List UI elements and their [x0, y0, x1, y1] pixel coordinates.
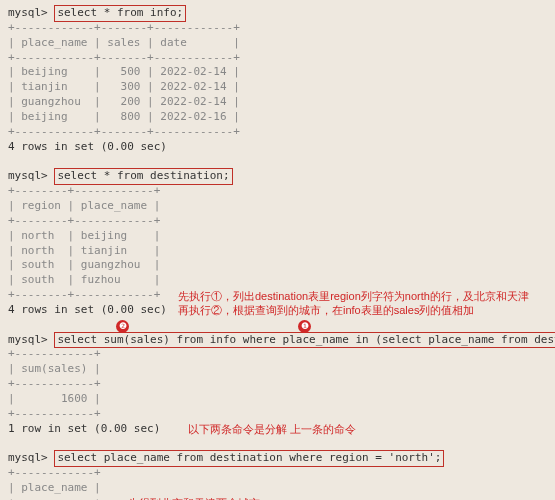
cmd-line: mysql> select sum(sales) from info where… [8, 333, 547, 348]
sep: +--------+------------+ [8, 184, 547, 199]
hdr: | place_name | [8, 481, 547, 496]
sep: +--------+------------+ [8, 214, 547, 229]
hdr: | region | place_name | [8, 199, 547, 214]
sep: +------------+ [8, 407, 547, 422]
row: | north | beijing | [8, 229, 547, 244]
sep: +------------+ [8, 377, 547, 392]
prompt: mysql> [8, 6, 48, 19]
row: | north | tianjin | [8, 244, 547, 259]
row: | south | fuzhou | [8, 273, 547, 288]
cmd-line: mysql> select * from info; [8, 6, 547, 21]
sep: +------------+-------+------------+ [8, 125, 547, 140]
sep: +------------+ [8, 466, 547, 481]
query-4: select place_name from destination where… [54, 450, 444, 467]
sep: +------------+ [8, 496, 547, 500]
annotation-step2: 再执行②，根据查询到的城市，在info表里的sales列的值相加 [178, 303, 474, 318]
msg: 4 rows in set (0.00 sec) [8, 140, 547, 155]
hdr: | place_name | sales | date | [8, 36, 547, 51]
badge-2-icon: ❷ [116, 320, 129, 333]
query-3: select sum(sales) from info where place_… [54, 332, 555, 349]
sep: +------------+-------+------------+ [8, 51, 547, 66]
query-2: select * from destination; [54, 168, 232, 185]
row: | beijing | 800 | 2022-02-16 | [8, 110, 547, 125]
row: | 1600 | [8, 392, 547, 407]
hdr: | sum(sales) | [8, 362, 547, 377]
cmd-line: mysql> select * from destination; [8, 169, 547, 184]
query-1: select * from info; [54, 5, 186, 22]
badge-1-icon: ❶ [298, 320, 311, 333]
row: | tianjin | 300 | 2022-02-14 | [8, 80, 547, 95]
annotation-cities: 先得到北京和天津两个城市 [128, 496, 260, 500]
annotation-step1: 先执行①，列出destination表里region列字符为north的行，及北… [178, 289, 529, 304]
row: | guangzhou | 200 | 2022-02-14 | [8, 95, 547, 110]
row: | beijing | 500 | 2022-02-14 | [8, 65, 547, 80]
annotation-split: 以下两条命令是分解 上一条的命令 [188, 422, 356, 437]
row: | south | guangzhou | [8, 258, 547, 273]
sep: +------------+-------+------------+ [8, 21, 547, 36]
cmd-line: mysql> select place_name from destinatio… [8, 451, 547, 466]
sep: +------------+ [8, 347, 547, 362]
